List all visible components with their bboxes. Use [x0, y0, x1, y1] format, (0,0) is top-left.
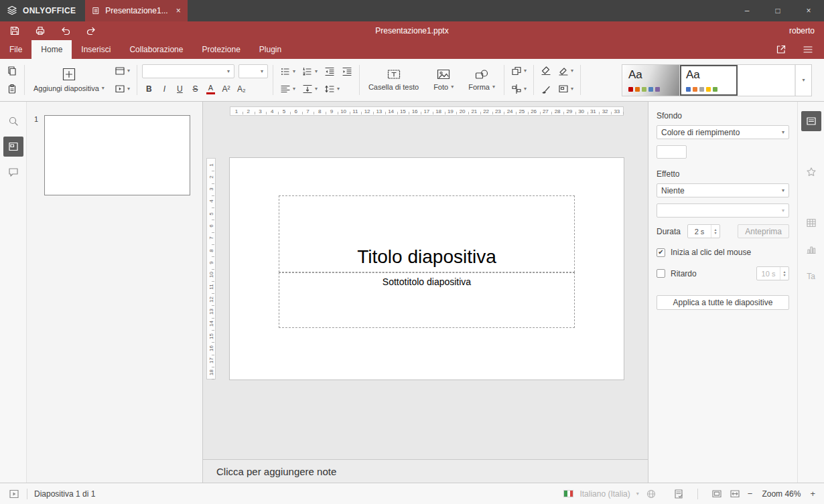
theme-preview-2-selected[interactable]: Aa: [680, 65, 738, 96]
decrease-indent-button[interactable]: [322, 65, 337, 78]
photo-icon: [437, 69, 450, 80]
zoom-out-button[interactable]: −: [747, 488, 754, 499]
effect-label: Effetto: [657, 169, 789, 179]
chevron-down-icon: ▾: [524, 68, 527, 74]
insert-shape-button[interactable]: Forma ▾: [464, 67, 499, 93]
theme-gallery-expand-button[interactable]: ▾: [795, 65, 811, 96]
bullet-list-icon: [280, 66, 291, 77]
ruler-mark: 31: [588, 107, 600, 115]
horizontal-ruler[interactable]: 1234567891011121314151617181920212223242…: [230, 106, 624, 116]
effect-type-select[interactable]: ▾: [657, 203, 789, 218]
ruler-mark: 33: [611, 107, 623, 115]
paste-button[interactable]: [5, 82, 19, 96]
theme-preview-1[interactable]: Aa: [622, 65, 680, 96]
notes-area[interactable]: Clicca per aggiungere note: [203, 459, 648, 483]
subtitle-placeholder[interactable]: Sottotitolo diapositiva: [279, 272, 575, 328]
font-size-select[interactable]: ▾: [238, 64, 268, 78]
font-name-select[interactable]: ▾: [142, 64, 234, 78]
search-button[interactable]: [3, 111, 23, 131]
spinner-down-icon[interactable]: ▾: [783, 274, 785, 277]
font-color-button[interactable]: A: [204, 84, 218, 94]
redo-button[interactable]: [86, 25, 96, 36]
slide-thumbnail[interactable]: [44, 115, 190, 195]
add-slide-label: Aggiungi diapositiva: [33, 84, 99, 92]
insert-photo-button[interactable]: Foto ▾: [429, 67, 458, 93]
theme-color-dot: [655, 87, 660, 92]
tab-plugin[interactable]: Plugin: [250, 40, 291, 59]
slide-size-button[interactable]: ▾: [556, 82, 575, 96]
open-file-location-button[interactable]: [776, 44, 786, 55]
duration-spinner[interactable]: 2 s ▴ ▾: [687, 224, 720, 238]
background-color-swatch[interactable]: [657, 145, 687, 159]
align-shapes-button[interactable]: ▾: [509, 82, 529, 96]
ruler-mark: 13: [207, 305, 215, 317]
save-button[interactable]: [9, 25, 20, 36]
subscript-button[interactable]: A₂: [234, 82, 249, 96]
italic-button[interactable]: I: [157, 82, 171, 96]
numbering-button[interactable]: ▾: [300, 65, 320, 78]
tab-home[interactable]: Home: [31, 40, 72, 59]
start-on-click-checkbox[interactable]: ✔: [657, 248, 665, 257]
tab-protezione[interactable]: Protezione: [192, 40, 249, 59]
copy-style-button[interactable]: [539, 82, 553, 96]
background-fill-select[interactable]: Colore di riempimento ▾: [657, 125, 789, 139]
start-slideshow-statusbar-button[interactable]: [8, 488, 20, 500]
ruler-mark: 17: [421, 107, 433, 115]
superscript-button[interactable]: A²: [219, 82, 233, 96]
spell-checking-button[interactable]: [673, 488, 685, 500]
close-button[interactable]: ×: [793, 0, 824, 21]
fit-to-slide-button[interactable]: [711, 488, 723, 500]
document-tab[interactable]: Presentazione1... ×: [85, 0, 187, 21]
underline-button[interactable]: U: [173, 82, 187, 96]
ruler-mark: 1: [230, 107, 243, 115]
spinner-down-icon[interactable]: ▾: [715, 232, 717, 235]
strikeout-button[interactable]: S: [188, 82, 202, 96]
vertical-align-icon: [302, 84, 313, 94]
slide-settings-button[interactable]: [801, 111, 821, 131]
globe-icon: [646, 489, 657, 499]
bullets-button[interactable]: ▾: [278, 65, 297, 78]
chevron-down-icon: ▾: [127, 86, 130, 92]
language-selector[interactable]: Italiano (Italia): [579, 489, 630, 499]
set-document-language-button[interactable]: [645, 488, 657, 500]
highlight-color-button[interactable]: ▾: [556, 64, 575, 78]
line-spacing-button[interactable]: ▾: [322, 82, 342, 96]
insert-textbox-button[interactable]: Casella di testo: [364, 67, 423, 93]
increase-indent-button[interactable]: [340, 65, 354, 78]
delay-spinner[interactable]: 10 s ▴ ▾: [756, 266, 789, 280]
tab-file[interactable]: File: [0, 40, 31, 59]
comments-button[interactable]: [3, 162, 23, 182]
effect-select[interactable]: Niente ▾: [657, 183, 789, 197]
tab-collaborazione[interactable]: Collaborazione: [120, 40, 192, 59]
print-button[interactable]: [35, 25, 46, 36]
arrange-shapes-button[interactable]: ▾: [509, 64, 529, 78]
title-placeholder[interactable]: Titolo diapositiva: [279, 195, 575, 272]
bold-button[interactable]: B: [142, 82, 156, 96]
change-layout-button[interactable]: ▾: [113, 64, 132, 78]
tab-close-button[interactable]: ×: [176, 6, 181, 15]
start-slideshow-button[interactable]: ▾: [113, 82, 132, 96]
tab-inserisci[interactable]: Inserisci: [72, 40, 120, 59]
add-slide-button[interactable]: Aggiungi diapositiva ▾: [29, 66, 109, 94]
slides-panel-button[interactable]: [3, 137, 23, 157]
zoom-in-button[interactable]: +: [809, 488, 816, 499]
minimize-button[interactable]: –: [732, 0, 762, 21]
copy-button[interactable]: [5, 64, 19, 78]
theme-preview-3-empty[interactable]: [738, 65, 795, 96]
spinner-arrows[interactable]: ▴ ▾: [780, 267, 788, 280]
preview-button[interactable]: Anteprima: [738, 224, 789, 238]
quick-access-bar: Presentazione1.pptx: [0, 21, 824, 40]
clear-style-button[interactable]: [539, 64, 553, 78]
undo-button[interactable]: [60, 25, 71, 36]
spinner-arrows[interactable]: ▴ ▾: [711, 225, 719, 238]
maximize-button[interactable]: □: [762, 0, 793, 21]
fit-to-width-button[interactable]: [729, 488, 741, 500]
vertical-ruler[interactable]: 123456789101112131415161718: [206, 158, 216, 380]
main-menu-button[interactable]: [803, 44, 813, 55]
apply-to-all-slides-button[interactable]: Applica a tutte le diapositive: [657, 295, 789, 310]
delay-checkbox[interactable]: ✔: [657, 269, 665, 278]
vertical-align-button[interactable]: ▾: [300, 82, 320, 96]
slide-canvas[interactable]: Titolo diapositiva Sottotitolo diapositi…: [230, 158, 624, 380]
horizontal-align-button[interactable]: ▾: [278, 82, 297, 96]
ruler-mark: 9: [207, 256, 215, 268]
